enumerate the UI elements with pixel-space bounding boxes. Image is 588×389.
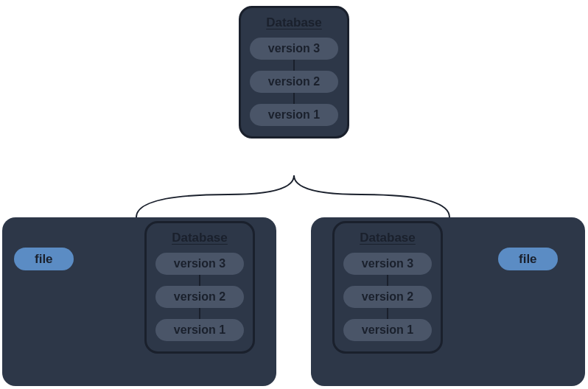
file-pill-left: file: [14, 248, 74, 270]
version-list: version 3 version 2 version 1: [345, 253, 430, 341]
version-pill: version 1: [343, 319, 432, 341]
connector-top-to-left: [136, 175, 294, 217]
diagram-canvas: Database version 3 version 2 version 1 f…: [0, 0, 588, 389]
version-list: version 3 version 2 version 1: [157, 253, 242, 341]
file-pill-right: file: [498, 248, 558, 270]
version-pill: version 3: [250, 38, 338, 60]
version-connector: [199, 308, 200, 319]
database-left: Database version 3 version 2 version 1: [144, 221, 255, 354]
file-label: file: [519, 252, 537, 266]
version-list: version 3 version 2 version 1: [251, 38, 337, 126]
version-pill: version 1: [155, 319, 244, 341]
version-connector: [199, 275, 200, 286]
version-connector: [293, 60, 295, 71]
version-pill: version 1: [250, 104, 338, 126]
database-heading: Database: [345, 231, 430, 245]
version-connector: [387, 308, 388, 319]
version-connector: [387, 275, 388, 286]
database-heading: Database: [251, 15, 337, 30]
database-top: Database version 3 version 2 version 1: [239, 6, 349, 139]
database-heading: Database: [157, 231, 242, 245]
connector-top-to-right: [294, 175, 449, 217]
file-label: file: [35, 252, 53, 266]
version-pill: version 2: [343, 286, 432, 308]
database-right: Database version 3 version 2 version 1: [332, 221, 443, 354]
version-pill: version 3: [343, 253, 432, 275]
version-pill: version 2: [155, 286, 244, 308]
version-connector: [293, 93, 295, 104]
version-pill: version 3: [155, 253, 244, 275]
version-pill: version 2: [250, 71, 338, 93]
